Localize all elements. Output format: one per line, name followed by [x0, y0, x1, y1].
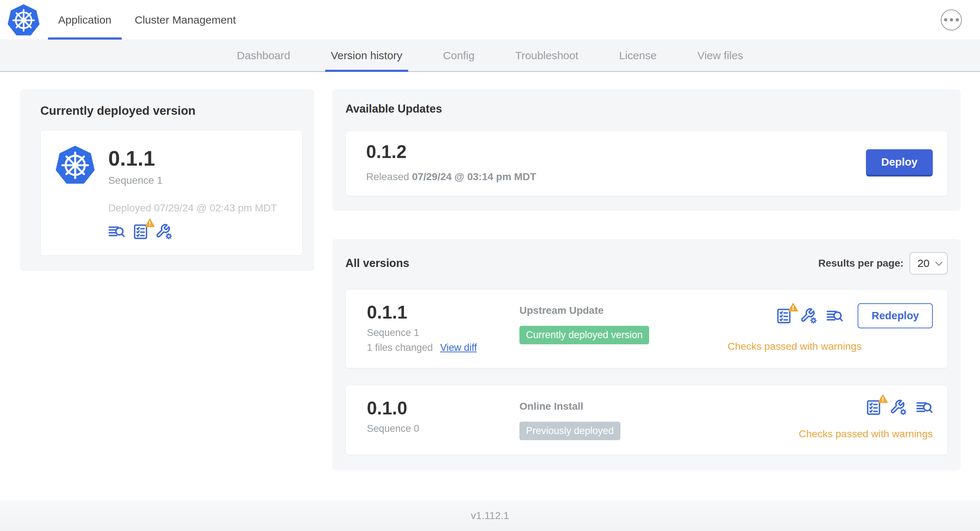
view-logs-icon[interactable]	[826, 308, 843, 324]
version-source-label: Upstream Update	[519, 305, 727, 316]
currently-deployed-title: Currently deployed version	[40, 104, 303, 118]
edit-config-icon[interactable]	[801, 308, 818, 324]
row-sequence: Sequence 1	[367, 327, 519, 339]
warning-triangle-icon	[878, 394, 888, 403]
app-subnav: Dashboard Version history Config Trouble…	[0, 40, 980, 72]
results-per-page-label: Results per page:	[818, 258, 904, 269]
header-spacer	[247, 0, 941, 40]
row-version-number: 0.1.1	[367, 303, 519, 321]
currently-deployed-card: 0.1.1 Sequence 1 Deployed 07/29/24 @ 02:…	[40, 130, 302, 256]
status-badge: Currently deployed version	[519, 326, 649, 344]
current-deployed-timestamp: Deployed 07/29/24 @ 02:43 pm MDT	[108, 202, 277, 214]
ellipsis-icon	[944, 18, 947, 21]
warning-triangle-icon	[145, 218, 155, 227]
version-source-label: Online Install	[519, 401, 799, 412]
available-updates-title: Available Updates	[345, 102, 948, 116]
current-version-number: 0.1.1	[108, 148, 277, 169]
kubernetes-app-icon	[55, 146, 95, 240]
row-version-number: 0.1.0	[367, 399, 519, 417]
edit-config-icon[interactable]	[156, 223, 173, 240]
warning-triangle-icon	[788, 302, 798, 312]
results-per-page-select[interactable]: 20	[910, 252, 948, 275]
app-header: Application Cluster Management	[0, 0, 980, 40]
tab-application[interactable]: Application	[46, 0, 123, 40]
current-sequence: Sequence 1	[108, 175, 277, 186]
redeploy-button[interactable]: Redeploy	[858, 303, 933, 328]
checks-status-text: Checks passed with warnings	[727, 341, 862, 352]
deploy-button[interactable]: Deploy	[866, 149, 933, 176]
tab-cluster-management[interactable]: Cluster Management	[123, 0, 247, 40]
preflight-checks-warning-icon[interactable]	[132, 223, 149, 240]
row-sequence: Sequence 0	[367, 423, 519, 434]
tab-license[interactable]: License	[598, 40, 677, 71]
update-version-number: 0.1.2	[366, 143, 536, 161]
tab-version-history[interactable]: Version history	[310, 40, 423, 71]
files-changed-label: 1 files changed	[367, 342, 433, 353]
main-content: Currently deployed version 0.1.1 Sequenc…	[0, 72, 980, 501]
all-versions-panel: All versions Results per page: 20 0.1.1 …	[332, 239, 961, 471]
kubernetes-logo	[0, 0, 46, 40]
all-versions-title: All versions	[345, 257, 409, 270]
chevron-down-icon	[935, 259, 943, 266]
app-footer: v1.112.1	[0, 501, 980, 531]
edit-config-icon[interactable]	[891, 399, 907, 416]
status-badge: Previously deployed	[519, 422, 620, 440]
available-updates-panel: Available Updates 0.1.2 Released07/29/24…	[332, 89, 961, 211]
view-logs-icon[interactable]	[108, 223, 125, 240]
preflight-checks-warning-icon[interactable]	[865, 399, 882, 416]
preflight-checks-warning-icon[interactable]	[775, 308, 792, 324]
header-tabs: Application Cluster Management	[46, 0, 247, 40]
subnav-tabs: Dashboard Version history Config Trouble…	[216, 40, 764, 71]
view-logs-icon[interactable]	[916, 399, 933, 416]
update-released-timestamp: Released07/29/24 @ 03:14 pm MDT	[366, 171, 536, 183]
version-row-0-1-1: 0.1.1 Sequence 1 1 files changed View di…	[345, 289, 948, 368]
tab-config[interactable]: Config	[423, 40, 495, 71]
view-diff-link[interactable]: View diff	[440, 342, 477, 353]
tab-troubleshoot[interactable]: Troubleshoot	[495, 40, 598, 71]
ellipsis-menu-button[interactable]	[941, 10, 962, 30]
version-row-0-1-0: 0.1.0 Sequence 0 Online Install Previous…	[345, 385, 948, 455]
console-version: v1.112.1	[471, 510, 509, 521]
currently-deployed-panel: Currently deployed version 0.1.1 Sequenc…	[20, 89, 314, 271]
checks-status-text: Checks passed with warnings	[799, 428, 933, 440]
tab-view-files[interactable]: View files	[677, 40, 764, 71]
tab-dashboard[interactable]: Dashboard	[216, 40, 310, 71]
available-update-card: 0.1.2 Released07/29/24 @ 03:14 pm MDT De…	[345, 131, 948, 196]
